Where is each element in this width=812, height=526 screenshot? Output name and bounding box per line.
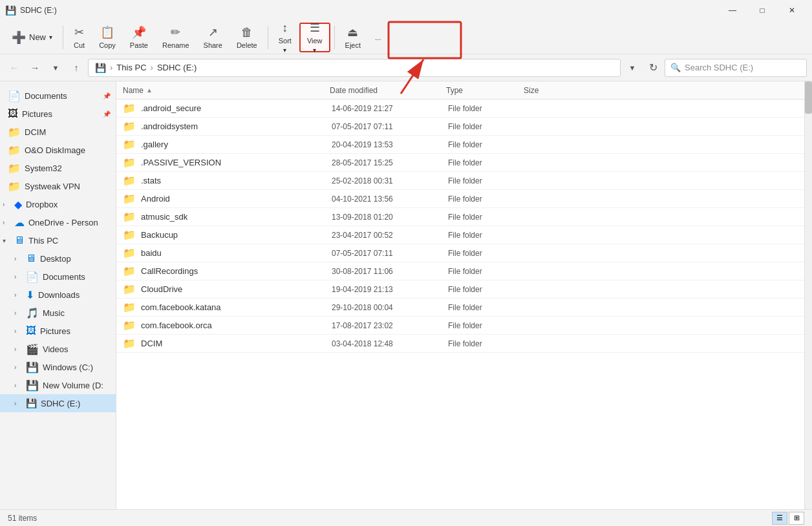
forward-button[interactable]: → bbox=[26, 59, 44, 77]
search-box[interactable]: 🔍 Search SDHC (E:) bbox=[665, 59, 807, 77]
table-row[interactable]: 📁 .stats 25-02-2018 00:31 File folder bbox=[116, 172, 804, 190]
expand-arrow-dropbox: › bbox=[3, 201, 10, 208]
eject-icon: ⏏ bbox=[347, 25, 358, 39]
back-button[interactable]: ← bbox=[5, 59, 23, 77]
file-type: File folder bbox=[448, 140, 526, 149]
eject-button[interactable]: ⏏ Eject bbox=[339, 23, 367, 52]
sort-button[interactable]: ↕ Sort ▾ bbox=[272, 23, 298, 52]
cut-button[interactable]: ✂ Cut bbox=[67, 23, 91, 52]
table-row[interactable]: 📁 baidu 07-05-2017 07:11 File folder bbox=[116, 244, 804, 262]
file-type: File folder bbox=[448, 303, 526, 312]
table-row[interactable]: 📁 DCIM 03-04-2018 12:48 File folder bbox=[116, 335, 804, 353]
large-icons-button[interactable]: ⊞ bbox=[789, 512, 804, 525]
sort-icon: ↕ bbox=[282, 21, 288, 35]
view-button[interactable]: ☰ View ▾ bbox=[299, 23, 330, 52]
share-button[interactable]: ↗ Share bbox=[197, 23, 229, 52]
rename-button[interactable]: ✏ Rename bbox=[156, 23, 196, 52]
sidebar-item-sdhc[interactable]: › 💾 SDHC (E:) bbox=[0, 394, 116, 412]
path-this-pc: This PC bbox=[116, 63, 146, 72]
toolbar-separator-1 bbox=[63, 26, 63, 49]
sidebar-item-system32[interactable]: 📁 System32 bbox=[0, 159, 116, 177]
address-dropdown-button[interactable]: ▼ bbox=[623, 59, 641, 77]
sidebar-item-pictures-pinned[interactable]: 🖼 Pictures 📌 bbox=[0, 105, 116, 123]
file-date: 17-08-2017 23:02 bbox=[332, 321, 448, 330]
paste-label: Paste bbox=[130, 41, 148, 49]
scrollbar-thumb[interactable] bbox=[805, 81, 812, 114]
file-name: DCIM bbox=[141, 339, 332, 348]
sidebar-label: New Volume (D: bbox=[43, 381, 103, 390]
file-type: File folder bbox=[448, 339, 526, 348]
folder-icon: 📁 bbox=[123, 193, 136, 205]
refresh-button[interactable]: ↻ bbox=[644, 59, 662, 77]
delete-label: Delete bbox=[237, 41, 257, 49]
table-row[interactable]: 📁 .androidsystem 07-05-2017 07:11 File f… bbox=[116, 118, 804, 136]
cut-label: Cut bbox=[74, 41, 85, 49]
path-drive: SDHC (E:) bbox=[157, 63, 197, 72]
close-button[interactable]: ✕ bbox=[777, 0, 807, 21]
sidebar-label: DCIM bbox=[25, 127, 46, 137]
pictures-icon: 🖼 bbox=[26, 325, 36, 337]
table-row[interactable]: 📁 Backucup 23-04-2017 00:52 File folder bbox=[116, 226, 804, 244]
up-button[interactable]: ↑ bbox=[67, 59, 85, 77]
sidebar-item-videos[interactable]: › 🎬 Videos bbox=[0, 340, 116, 358]
expand-arrow-pictures: › bbox=[14, 328, 22, 335]
file-name: Backucup bbox=[141, 230, 332, 240]
copy-button[interactable]: 📋 Copy bbox=[92, 23, 122, 52]
table-row[interactable]: 📁 .gallery 20-04-2019 13:53 File folder bbox=[116, 136, 804, 154]
new-button[interactable]: ➕ New ▾ bbox=[5, 23, 59, 52]
table-row[interactable]: 📁 com.facebook.orca 17-08-2017 23:02 Fil… bbox=[116, 317, 804, 335]
paste-button[interactable]: 📌 Paste bbox=[123, 23, 155, 52]
column-type[interactable]: Type bbox=[446, 86, 524, 95]
sidebar-item-desktop[interactable]: › 🖥 Desktop bbox=[0, 249, 116, 268]
sidebar-item-this-pc[interactable]: ▾ 🖥 This PC bbox=[0, 231, 116, 249]
search-placeholder: Search SDHC (E:) bbox=[685, 63, 753, 72]
recent-locations-button[interactable]: ▼ bbox=[47, 59, 65, 77]
sidebar-item-dropbox[interactable]: › ◆ Dropbox bbox=[0, 195, 116, 213]
table-row[interactable]: 📁 .android_secure 14-06-2019 21:27 File … bbox=[116, 100, 804, 118]
file-name: .PASSIVE_VERSION bbox=[141, 158, 332, 167]
folder-icon: 📁 bbox=[123, 283, 136, 295]
table-row[interactable]: 📁 Android 04-10-2021 13:56 File folder bbox=[116, 190, 804, 208]
details-view-button[interactable]: ☰ bbox=[772, 512, 787, 525]
toolbar-separator-3 bbox=[334, 26, 335, 49]
sidebar-item-downloads[interactable]: › ⬇ Downloads bbox=[0, 286, 116, 304]
table-row[interactable]: 📁 com.facebook.katana 29-10-2018 00:04 F… bbox=[116, 299, 804, 317]
sidebar-item-music[interactable]: › 🎵 Music bbox=[0, 304, 116, 322]
title-bar-left: 💾 SDHC (E:) bbox=[5, 5, 57, 16]
file-name: baidu bbox=[141, 248, 332, 258]
file-type: File folder bbox=[448, 213, 526, 222]
column-name[interactable]: Name ▲ bbox=[123, 86, 330, 95]
more-button[interactable]: ... bbox=[369, 23, 387, 52]
rename-label: Rename bbox=[162, 41, 189, 49]
title-bar-controls: — □ ✕ bbox=[718, 0, 807, 21]
file-name: CloudDrive bbox=[141, 284, 332, 294]
sidebar-item-pictures[interactable]: › 🖼 Pictures bbox=[0, 322, 116, 340]
document-pinned-icon: 📄 bbox=[8, 90, 21, 102]
table-row[interactable]: 📁 CallRecordings 30-08-2017 11:06 File f… bbox=[116, 262, 804, 280]
file-type: File folder bbox=[448, 104, 526, 113]
sidebar-label: OneDrive - Person bbox=[28, 218, 98, 227]
table-row[interactable]: 📁 CloudDrive 19-04-2019 21:13 File folde… bbox=[116, 280, 804, 299]
sidebar-item-systweak[interactable]: 📁 Systweak VPN bbox=[0, 177, 116, 195]
minimize-button[interactable]: — bbox=[718, 0, 747, 21]
scrollbar[interactable] bbox=[804, 81, 812, 509]
table-row[interactable]: 📁 atmusic_sdk 13-09-2018 01:20 File fold… bbox=[116, 208, 804, 226]
sidebar-item-new-volume[interactable]: › 💾 New Volume (D: bbox=[0, 376, 116, 394]
delete-button[interactable]: 🗑 Delete bbox=[230, 23, 264, 52]
sidebar-item-onedrive[interactable]: › ☁ OneDrive - Person bbox=[0, 213, 116, 231]
sidebar-item-documents[interactable]: › 📄 Documents bbox=[0, 268, 116, 286]
copy-icon: 📋 bbox=[100, 25, 114, 39]
drive-icon: 💾 bbox=[5, 5, 16, 16]
sidebar-item-windows-c[interactable]: › 💾 Windows (C:) bbox=[0, 358, 116, 376]
sidebar-item-oo[interactable]: 📁 O&O DiskImage bbox=[0, 141, 116, 159]
sidebar-item-documents-pinned[interactable]: 📄 Documents 📌 bbox=[0, 87, 116, 105]
cut-icon: ✂ bbox=[74, 25, 84, 39]
sidebar-item-dcim[interactable]: 📁 DCIM bbox=[0, 123, 116, 141]
file-name: .android_secure bbox=[141, 103, 332, 113]
address-path[interactable]: 💾 › This PC › SDHC (E:) bbox=[88, 59, 621, 77]
table-row[interactable]: 📁 .PASSIVE_VERSION 28-05-2017 15:25 File… bbox=[116, 154, 804, 172]
column-size[interactable]: Size bbox=[524, 86, 575, 95]
sidebar-label: Music bbox=[43, 308, 65, 318]
maximize-button[interactable]: □ bbox=[747, 0, 777, 21]
column-date[interactable]: Date modified bbox=[330, 86, 446, 95]
